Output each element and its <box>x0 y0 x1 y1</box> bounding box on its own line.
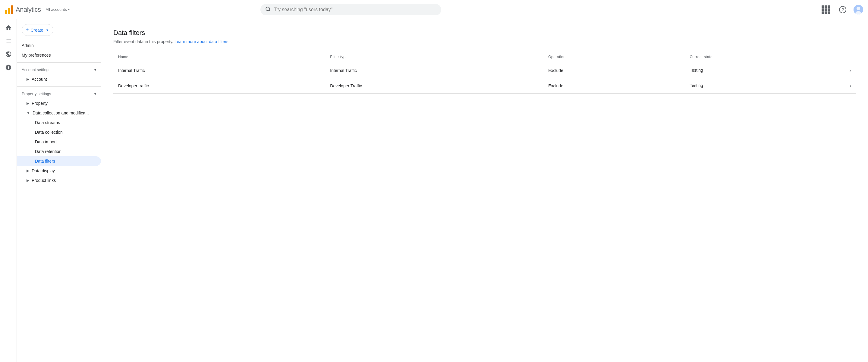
search-box <box>260 4 441 15</box>
data-collection-sub-label: Data collection <box>35 130 63 135</box>
create-label: Create <box>31 28 43 33</box>
account-settings-chevron-icon: ▾ <box>94 68 96 72</box>
logo-text: Analytics <box>16 6 41 13</box>
property-settings-section[interactable]: Property settings ▾ <box>17 89 101 98</box>
create-button[interactable]: + Create ▾ <box>22 24 53 36</box>
filters-table: Name Filter type Operation Current state… <box>113 51 856 94</box>
data-display-label: Data display <box>32 168 55 173</box>
data-retention-nav-item[interactable]: Data retention <box>17 147 101 156</box>
create-chevron-icon: ▾ <box>46 28 48 32</box>
svg-line-1 <box>269 10 270 11</box>
cell-filter-type: Internal Traffic <box>325 63 544 78</box>
my-preferences-nav-item[interactable]: My preferences <box>17 50 101 60</box>
data-display-chevron-icon: ▶ <box>27 169 29 173</box>
data-collection-section[interactable]: ▼ Data collection and modifica... <box>17 108 101 118</box>
data-retention-label: Data retention <box>35 149 61 154</box>
row-chevron-icon: › <box>849 83 851 89</box>
avatar[interactable] <box>854 5 863 14</box>
layout: + Create ▾ Admin My preferences Account … <box>0 19 868 362</box>
data-streams-nav-item[interactable]: Data streams <box>17 118 101 127</box>
help-button[interactable]: ? <box>837 4 849 16</box>
apps-button[interactable] <box>820 4 832 16</box>
cell-operation: Exclude <box>544 63 685 78</box>
property-chevron-icon: ▶ <box>27 101 29 105</box>
logo-icon <box>5 5 13 14</box>
table-body: Internal Traffic Internal Traffic Exclud… <box>113 63 856 94</box>
cell-name: Internal Traffic <box>113 63 325 78</box>
help-icon: ? <box>839 6 846 13</box>
product-links-chevron-icon: ▶ <box>27 178 29 183</box>
account-label: All accounts <box>46 7 67 12</box>
search-icon <box>265 6 271 13</box>
advertising-nav-button[interactable] <box>2 61 14 73</box>
admin-label: Admin <box>22 43 34 48</box>
divider-1 <box>17 62 101 63</box>
table-header: Name Filter type Operation Current state <box>113 51 856 63</box>
account-selector[interactable]: All accounts ▾ <box>46 7 70 12</box>
account-settings-section[interactable]: Account settings ▾ <box>17 65 101 74</box>
product-links-label: Product links <box>32 178 56 183</box>
account-settings-label: Account settings <box>22 67 50 72</box>
data-filters-nav-item[interactable]: Data filters <box>17 156 101 166</box>
col-current-state: Current state <box>685 51 856 63</box>
account-label: Account <box>32 77 47 81</box>
explore-nav-button[interactable] <box>2 48 14 60</box>
cell-current-state: Testing › <box>685 63 856 78</box>
sidebar-icons <box>0 19 17 362</box>
cell-operation: Exclude <box>544 78 685 94</box>
page-subtitle: Filter event data in this property. Lear… <box>113 39 856 44</box>
data-collection-nav-item[interactable]: Data collection <box>17 127 101 137</box>
cell-current-state: Testing › <box>685 78 856 94</box>
main-content: Data filters Filter event data in this p… <box>101 19 868 362</box>
property-settings-chevron-icon: ▾ <box>94 92 96 96</box>
search-input[interactable] <box>274 7 436 12</box>
reports-nav-button[interactable] <box>2 35 14 47</box>
page-title: Data filters <box>113 29 856 37</box>
apps-grid-icon <box>822 5 830 14</box>
data-collection-label: Data collection and modifica... <box>33 110 89 116</box>
table-row[interactable]: Developer traffic Developer Traffic Excl… <box>113 78 856 94</box>
data-streams-label: Data streams <box>35 120 60 125</box>
col-name: Name <box>113 51 325 63</box>
cell-name: Developer traffic <box>113 78 325 94</box>
account-chevron-icon: ▶ <box>27 77 29 81</box>
account-chevron-icon: ▾ <box>68 8 70 11</box>
product-links-nav-item[interactable]: ▶ Product links <box>17 175 101 185</box>
svg-point-3 <box>857 7 860 10</box>
data-collection-collapse-icon: ▼ <box>27 111 30 115</box>
table-row[interactable]: Internal Traffic Internal Traffic Exclud… <box>113 63 856 78</box>
col-operation: Operation <box>544 51 685 63</box>
topbar: Analytics All accounts ▾ ? <box>0 0 868 19</box>
sidebar-nav: + Create ▾ Admin My preferences Account … <box>17 19 101 362</box>
learn-more-link[interactable]: Learn more about data filters <box>175 39 228 44</box>
admin-nav-item[interactable]: Admin <box>17 41 101 50</box>
my-preferences-label: My preferences <box>22 53 51 58</box>
topbar-right: ? <box>820 4 863 16</box>
data-filters-label: Data filters <box>35 159 55 164</box>
subtitle-text: Filter event data in this property. <box>113 39 173 44</box>
home-nav-button[interactable] <box>2 22 14 34</box>
create-plus-icon: + <box>26 27 29 33</box>
account-nav-item[interactable]: ▶ Account <box>17 74 101 84</box>
data-import-nav-item[interactable]: Data import <box>17 137 101 147</box>
data-import-label: Data import <box>35 139 57 144</box>
property-nav-item[interactable]: ▶ Property <box>17 98 101 108</box>
property-label: Property <box>32 101 48 106</box>
row-chevron-icon: › <box>849 68 851 73</box>
data-display-nav-item[interactable]: ▶ Data display <box>17 166 101 175</box>
search-container <box>260 4 441 15</box>
property-settings-label: Property settings <box>22 92 51 96</box>
cell-filter-type: Developer Traffic <box>325 78 544 94</box>
col-filter-type: Filter type <box>325 51 544 63</box>
divider-2 <box>17 87 101 87</box>
logo[interactable]: Analytics <box>5 5 41 14</box>
